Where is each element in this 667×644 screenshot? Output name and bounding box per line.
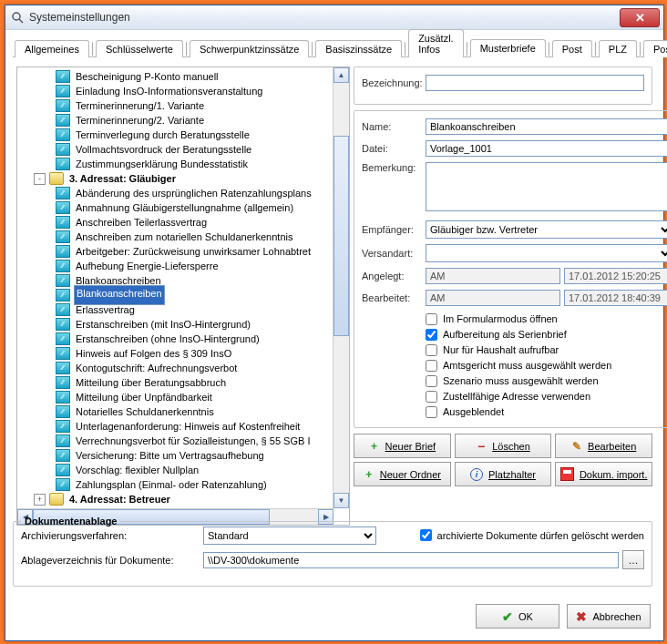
option-check[interactable]: Zustellfähige Adresse verwenden <box>426 389 667 404</box>
tree-scrollbar-vertical[interactable]: ▲ ▼ <box>333 67 349 508</box>
tree-row[interactable]: ⁄⁄Bescheinigung P-Konto manuell <box>19 69 347 84</box>
tree-item-label[interactable]: Aufhebung Energie-Liefersperre <box>74 259 221 273</box>
tree-item-label[interactable]: Terminverlegung durch Beratungsstelle <box>74 128 251 142</box>
option-check[interactable]: Ausgeblendet <box>426 404 667 419</box>
scroll-up-button[interactable]: ▲ <box>334 67 349 83</box>
tab-allgemeines[interactable]: Allgemeines <box>15 40 89 57</box>
browse-button[interactable]: … <box>622 550 644 569</box>
tree-row[interactable]: ⁄⁄Zahlungsplan (Einmal- oder Ratenzahlun… <box>19 477 347 492</box>
tree-item-label[interactable]: Erstanschreiben (mit InsO-Hintergrund) <box>74 317 252 332</box>
tree-row[interactable]: ⁄⁄Terminerinnerung/2. Variante <box>19 113 347 128</box>
tree-item-label[interactable]: Verrechnungsverbot für Sozialleistungen,… <box>74 434 312 448</box>
tree-item-label[interactable]: Mitteilung über Beratungsabbruch <box>74 375 228 390</box>
tree-item-label[interactable]: Unterlagenanforderung: Hinweis auf Koste… <box>74 419 302 434</box>
arch-delete-check[interactable]: archivierte Dokumente dürfen gelöscht we… <box>420 528 644 543</box>
cancel-button[interactable]: ✖Abbrechen <box>567 604 651 629</box>
option-check[interactable]: Aufbereitung als Serienbrief <box>426 327 667 342</box>
tree-row[interactable]: ⁄⁄Terminerinnerung/1. Variante <box>19 98 347 113</box>
close-button[interactable]: ✕ <box>620 8 660 27</box>
path-input[interactable] <box>203 552 619 568</box>
tree-row[interactable]: ⁄⁄Kontogutschrift: Aufrechnungsverbot <box>19 361 347 375</box>
tree-item-label[interactable]: Terminerinnerung/2. Variante <box>74 113 206 128</box>
dokum-import-button[interactable]: Dokum. import. <box>555 462 652 486</box>
ok-button[interactable]: ✔OK <box>476 604 559 629</box>
tree-row[interactable]: ⁄⁄Aufhebung Energie-Liefersperre <box>19 259 347 273</box>
tree-item-label[interactable]: Vorschlag: flexibler Nullplan <box>74 463 200 477</box>
tree-item-label[interactable]: Anschreiben zum notariellen Schuldanerke… <box>74 230 294 244</box>
tree-item-label[interactable]: 4. Adressat: Betreuer <box>67 492 172 506</box>
tree-view[interactable]: ⁄⁄Bescheinigung P-Konto manuell⁄⁄Einladu… <box>19 69 347 506</box>
option-check[interactable]: Amtsgericht muss ausgewählt werden <box>426 358 667 373</box>
tree-item-label[interactable]: Einladung InsO-Informationsveranstaltung <box>74 84 264 98</box>
option-check[interactable]: Nur für Haushalt aufrufbar <box>426 342 667 357</box>
name-input[interactable] <box>426 118 667 135</box>
loeschen-button[interactable]: −Löschen <box>455 434 552 458</box>
tree-row[interactable]: ⁄⁄Abänderung des ursprünglichen Ratenzah… <box>19 186 347 200</box>
tree-row[interactable]: ⁄⁄Anschreiben zum notariellen Schuldaner… <box>19 230 347 244</box>
tree-row[interactable]: -3. Adressat: Gläubiger <box>19 171 347 186</box>
datei-input[interactable] <box>426 140 667 157</box>
option-check[interactable]: Szenario muss ausgewählt werden <box>426 373 667 388</box>
arch-select[interactable]: Standard <box>203 526 376 545</box>
tree-row[interactable]: ⁄⁄Hinweis auf Folgen des § 309 InsO <box>19 346 347 361</box>
tree-row[interactable]: ⁄⁄Zustimmungserklärung Bundesstatistik <box>19 157 347 171</box>
tree-row[interactable]: ⁄⁄Verrechnungsverbot für Sozialleistunge… <box>19 434 347 448</box>
tree-item-label[interactable]: Anschreiben Teilerlassvertrag <box>74 215 209 230</box>
tree-item-label[interactable]: Hinweis auf Folgen des § 309 InsO <box>74 346 233 361</box>
tab-schwerpunktzinss-tze[interactable]: Schwerpunktzinssätze <box>190 40 309 57</box>
bemerkung-input[interactable] <box>426 162 667 211</box>
tree-row[interactable]: ⁄⁄Einladung InsO-Informationsveranstaltu… <box>19 84 347 98</box>
tree-item-label[interactable]: Zustimmungserklärung Bundesstatistik <box>74 157 250 171</box>
tree-item-label[interactable]: Mitteilung über Unpfändbarkeit <box>74 390 214 404</box>
tree-row[interactable]: ⁄⁄Unterlagenanforderung: Hinweis auf Kos… <box>19 419 347 434</box>
tree-row[interactable]: ⁄⁄Vorschlag: flexibler Nullplan <box>19 463 347 477</box>
tab-zus-tzl-infos[interactable]: Zusätzl. Infos <box>408 29 464 57</box>
tree-row[interactable]: ⁄⁄Anmahnung Gläubigerstellungnahme (allg… <box>19 200 347 215</box>
tree-row[interactable]: ⁄⁄Erstanschreiben (mit InsO-Hintergrund) <box>19 317 347 332</box>
versandart-select[interactable] <box>426 244 667 262</box>
tab-postausgang[interactable]: Postausgang <box>643 40 667 57</box>
tree-row[interactable]: ⁄⁄Versicherung: Bitte um Vertragsaufhebu… <box>19 448 347 463</box>
tab-schl-sselwerte[interactable]: Schlüsselwerte <box>96 40 183 57</box>
tree-row[interactable]: ⁄⁄Terminverlegung durch Beratungsstelle <box>19 128 347 142</box>
tree-item-label[interactable]: Abänderung des ursprünglichen Ratenzahlu… <box>74 186 313 200</box>
scroll-thumb-vertical[interactable] <box>334 136 349 336</box>
tree-item-label[interactable]: Terminerinnerung/1. Variante <box>74 98 206 113</box>
tree-row[interactable]: ⁄⁄Anschreiben Teilerlassvertrag <box>19 215 347 230</box>
tree-row[interactable]: ⁄⁄Mitteilung über Beratungsabbruch <box>19 375 347 390</box>
tree-row[interactable]: ⁄⁄Erstanschreiben (ohne InsO-Hintergrund… <box>19 332 347 346</box>
tree-item-label[interactable]: Bescheinigung P-Konto manuell <box>74 69 221 84</box>
tree-item-label[interactable]: Zahlungsplan (Einmal- oder Ratenzahlung) <box>74 477 269 492</box>
option-check[interactable]: Im Formularmodus öffnen <box>426 312 667 326</box>
tree-row[interactable]: ⁄⁄Mitteilung über Unpfändbarkeit <box>19 390 347 404</box>
scroll-down-button[interactable]: ▼ <box>334 493 349 508</box>
tab-plz[interactable]: PLZ <box>599 40 637 57</box>
tree-item-label[interactable]: Anmahnung Gläubigerstellungnahme (allgem… <box>74 200 295 215</box>
tree-row[interactable]: +4. Adressat: Betreuer <box>19 492 347 506</box>
tree-item-label[interactable]: Erlassvertrag <box>74 302 137 317</box>
tab-basiszinss-tze[interactable]: Basiszinssätze <box>315 40 402 57</box>
tree-row[interactable]: ⁄⁄Blankoanschreiben <box>19 273 347 288</box>
bezeichnung-input[interactable] <box>426 75 644 91</box>
tree-item-label[interactable]: Kontogutschrift: Aufrechnungsverbot <box>74 361 239 375</box>
tab-musterbriefe[interactable]: Musterbriefe <box>470 39 546 57</box>
platzhalter-button[interactable]: iPlatzhalter <box>455 462 552 486</box>
tab-post[interactable]: Post <box>552 40 592 57</box>
tree-row[interactable]: ⁄⁄Erlassvertrag <box>19 302 347 317</box>
tree-item-label[interactable]: Erstanschreiben (ohne InsO-Hintergrund) <box>74 332 262 346</box>
tree-row[interactable]: ⁄⁄Arbeitgeber: Zurückweisung unwirksamer… <box>19 244 347 259</box>
tree-row[interactable]: ⁄⁄Notarielles Schuldanerkenntnis <box>19 404 347 419</box>
tree-item-label[interactable]: Arbeitgeber: Zurückweisung unwirksamer L… <box>74 244 313 259</box>
neuer-ordner-button[interactable]: +Neuer Ordner <box>354 462 451 486</box>
tree-item-label[interactable]: Notarielles Schuldanerkenntnis <box>74 404 216 419</box>
tree-row[interactable]: ⁄⁄Blankoanschreiben <box>19 288 347 302</box>
empfaenger-select[interactable]: Gläubiger bzw. Vertreter <box>426 220 667 239</box>
tree-item-label[interactable]: Versicherung: Bitte um Vertragsaufhebung <box>74 448 266 463</box>
neuer-brief-button[interactable]: +Neuer Brief <box>354 434 451 458</box>
tree-toggle-icon[interactable]: + <box>34 494 46 506</box>
tree-item-label[interactable]: 3. Adressat: Gläubiger <box>67 171 178 186</box>
tree-toggle-icon[interactable]: - <box>34 173 46 185</box>
bearbeiten-button[interactable]: ✎Bearbeiten <box>555 434 652 458</box>
tree-item-label[interactable]: Vollmachtsvordruck der Beratungsstelle <box>74 142 253 157</box>
tree-row[interactable]: ⁄⁄Vollmachtsvordruck der Beratungsstelle <box>19 142 347 157</box>
